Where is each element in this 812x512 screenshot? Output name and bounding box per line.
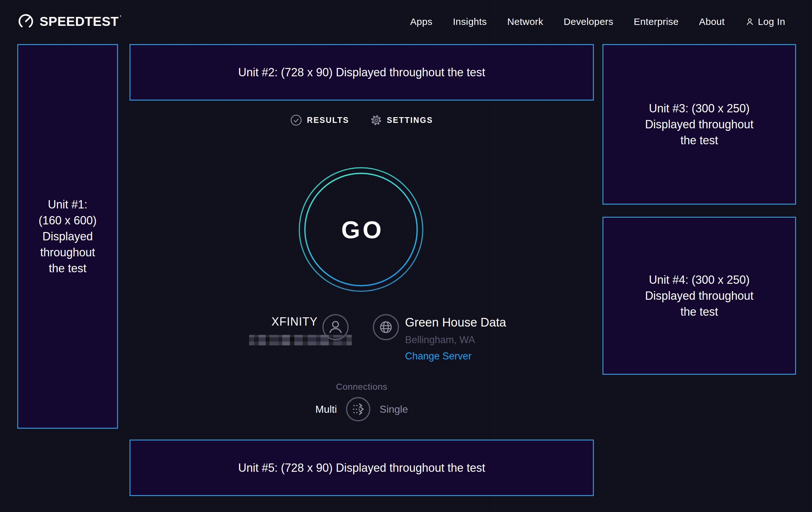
ad-unit-3-text: Unit #3: (300 x 250) Displayed throughou… [645,101,753,149]
tab-results[interactable]: RESULTS [290,114,349,126]
connections-toggle-icon[interactable] [346,397,371,422]
ad-unit-2-728x90[interactable]: Unit #2: (728 x 90) Displayed throughout… [129,44,594,101]
ad-unit-1-160x600[interactable]: Unit #1: (160 x 600) Displayed throughou… [17,44,118,429]
tab-settings-label: SETTINGS [387,115,433,125]
speedtest-gauge-icon [17,13,34,30]
ad-unit-4-300x250[interactable]: Unit #4: (300 x 250) Displayed throughou… [603,217,796,375]
isp-avatar-icon [322,314,349,341]
ad-unit-3-300x250[interactable]: Unit #3: (300 x 250) Displayed throughou… [603,44,796,205]
go-button-label: GO [298,167,424,292]
connections-multi-option[interactable]: Multi [315,403,337,415]
ad-unit-5-728x90[interactable]: Unit #5: (728 x 90) Displayed throughout… [129,439,594,496]
speedtest-page: { "brand": { "name": "SPEEDTEST", "trade… [0,0,812,512]
tab-results-label: RESULTS [307,115,349,125]
check-circle-icon [290,114,302,126]
nav-item-about[interactable]: About [699,16,725,27]
tab-settings[interactable]: SETTINGS [370,114,433,126]
gear-icon [370,114,382,126]
connections-toggle-row: Multi Single [129,397,594,422]
login-button[interactable]: Log In [745,16,785,27]
ad-unit-5-text: Unit #5: (728 x 90) Displayed throughout… [238,460,485,476]
change-server-link[interactable]: Change Server [405,350,472,362]
server-location: Bellingham, WA [405,334,475,346]
trademark-mark: ’ [120,15,121,21]
top-nav-bar: SPEEDTEST’ Apps Insights Network Develop… [0,0,812,44]
results-settings-tabs: RESULTS SETTINGS [129,114,594,126]
go-button[interactable]: GO [298,167,424,292]
globe-icon [373,314,399,341]
user-icon [745,17,755,26]
speedtest-logo[interactable]: SPEEDTEST’ [17,13,121,30]
nav-item-apps[interactable]: Apps [410,16,433,27]
isp-name[interactable]: XFINITY [271,315,318,328]
ad-unit-1-text: Unit #1: (160 x 600) Displayed throughou… [38,197,97,276]
nav-item-enterprise[interactable]: Enterprise [634,16,679,27]
nav-item-insights[interactable]: Insights [453,16,487,27]
ad-unit-2-text: Unit #2: (728 x 90) Displayed throughout… [238,64,485,80]
connections-single-option[interactable]: Single [379,403,408,415]
ad-unit-4-text: Unit #4: (300 x 250) Displayed throughou… [645,272,753,320]
nav-item-network[interactable]: Network [507,16,543,27]
host-info-row: XFINITY Green House Data Bellingham, WA … [129,308,594,369]
connections-label: Connections [129,382,594,392]
logo-wordmark: SPEEDTEST’ [39,14,121,29]
server-name: Green House Data [405,316,506,329]
nav-item-developers[interactable]: Developers [563,16,613,27]
nav-menu: Apps Insights Network Developers Enterpr… [410,0,785,44]
